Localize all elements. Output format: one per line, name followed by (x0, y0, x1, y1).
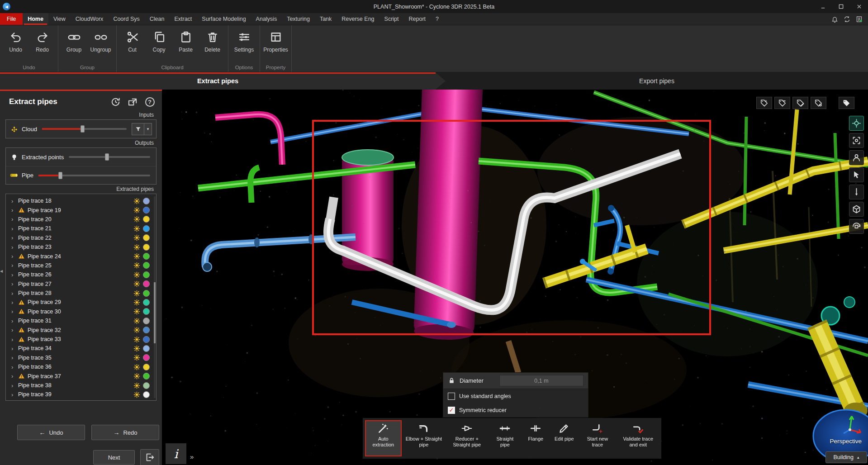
pipe-row[interactable]: ›Pipe trace 34 (6, 344, 156, 353)
pipe-row[interactable]: ›Pipe trace 20 (6, 215, 156, 224)
menu-item-clean[interactable]: Clean (145, 13, 170, 25)
redo-button[interactable]: Redo (29, 27, 55, 63)
export-panel-button[interactable] (126, 95, 139, 109)
tag-settings-button[interactable] (811, 97, 826, 109)
expand-chevron-icon[interactable]: › (11, 299, 15, 305)
scrollbar-thumb[interactable] (154, 282, 156, 343)
pipe-row[interactable]: ›Pipe trace 31 (6, 316, 156, 325)
validate-trace-and-exit-button[interactable]: Validate trace and exit (617, 420, 659, 456)
expand-chevron-icon[interactable]: › (11, 337, 15, 342)
start-new-trace-button[interactable]: +Start new trace (579, 420, 616, 456)
lock-icon[interactable] (448, 377, 455, 384)
expand-chevron-icon[interactable]: › (11, 318, 15, 324)
visibility-sun-icon[interactable] (133, 308, 140, 315)
expand-chevron-icon[interactable]: › (11, 216, 15, 222)
menu-item-file[interactable]: File (0, 13, 23, 25)
expand-chevron-icon[interactable]: › (11, 290, 15, 296)
news-icon[interactable] (856, 16, 863, 23)
pipe-row[interactable]: ›Pipe trace 27 (6, 280, 156, 289)
help-button[interactable]: ? (143, 95, 157, 109)
menu-item-home[interactable]: Home (23, 13, 48, 25)
pipe-row[interactable]: ›Pipe trace 24 (6, 251, 156, 261)
add-tag-button[interactable]: + (756, 97, 772, 109)
visibility-sun-icon[interactable] (133, 373, 140, 380)
paste-button[interactable]: Paste (173, 27, 199, 63)
pipe-row[interactable]: ›Pipe trace 18 (6, 196, 156, 205)
expand-chevron-icon[interactable]: › (11, 383, 15, 389)
pipe-color-swatch[interactable] (143, 318, 150, 324)
group-button[interactable]: Group (61, 27, 87, 63)
cloud-input-row[interactable]: Cloud ▾ (6, 120, 156, 138)
panel-undo-button[interactable]: ← Undo (17, 425, 85, 440)
pipe-row[interactable]: ›Pipe trace 29 (6, 298, 156, 307)
cloud-filter-control[interactable]: ▾ (132, 123, 152, 135)
pipe-color-swatch[interactable] (143, 216, 150, 223)
sync-icon[interactable] (844, 16, 850, 23)
flange-button[interactable]: Flange (522, 420, 549, 456)
pipe-color-swatch[interactable] (143, 198, 150, 204)
bell-icon[interactable] (831, 16, 838, 23)
fit-view-button[interactable] (849, 133, 864, 148)
expand-chevron-icon[interactable]: › (11, 308, 15, 314)
axis-gizmo[interactable] (840, 412, 863, 435)
expand-chevron-icon[interactable]: › (11, 392, 15, 398)
visibility-sun-icon[interactable] (133, 382, 140, 389)
expand-chevron-icon[interactable]: › (11, 272, 15, 278)
pipe-color-swatch[interactable] (143, 336, 150, 343)
pipe-row[interactable]: ›Pipe trace 37 (6, 371, 156, 380)
view-selector[interactable]: Building ▴ (825, 451, 867, 463)
filter-dropdown-arrow[interactable]: ▾ (144, 123, 152, 135)
tags-button[interactable] (839, 97, 854, 109)
visibility-sun-icon[interactable] (133, 216, 140, 223)
visibility-sun-icon[interactable] (133, 318, 140, 324)
history-reset-button[interactable] (109, 95, 122, 109)
pipe-row[interactable]: ›Pipe trace 23 (6, 242, 156, 251)
menu-item-view[interactable]: View (48, 13, 71, 25)
expand-chevron-icon[interactable]: › (11, 226, 15, 232)
auto-extraction-button[interactable]: Auto extraction (365, 420, 402, 456)
panel-redo-button[interactable]: → Redo (91, 425, 159, 440)
symmetric-reducer-checkbox[interactable]: ✓ (448, 407, 455, 414)
visibility-sun-icon[interactable] (133, 280, 140, 287)
diameter-input[interactable]: 0,1 m (499, 375, 583, 386)
expand-chevron-icon[interactable]: › (11, 364, 15, 370)
visibility-sun-icon[interactable] (133, 364, 140, 370)
maximize-button[interactable] (832, 0, 850, 13)
pipe-color-swatch[interactable] (143, 364, 150, 370)
visibility-sun-icon[interactable] (133, 345, 140, 352)
pipe-color-swatch[interactable] (143, 225, 150, 232)
menu-item-analysis[interactable]: Analysis (251, 13, 282, 25)
pipe-color-swatch[interactable] (143, 234, 150, 241)
pipe-output-row[interactable]: Pipe (6, 166, 156, 184)
minimize-button[interactable] (814, 0, 832, 13)
pipe-row[interactable]: ›Pipe trace 32 (6, 325, 156, 334)
pipe-color-swatch[interactable] (143, 290, 150, 297)
menu-item-reverse-eng[interactable]: Reverse Eng (337, 13, 379, 25)
pipe-row[interactable]: ›Pipe trace 22 (6, 233, 156, 242)
settings-button[interactable]: Settings (231, 27, 257, 63)
pipe-row[interactable]: ›Pipe trace 36 (6, 362, 156, 371)
orbit-view-button[interactable] (849, 219, 864, 234)
pipe-color-swatch[interactable] (143, 373, 150, 380)
cloud-opacity-slider[interactable] (42, 128, 127, 130)
info-expand-chevron[interactable]: » (190, 453, 194, 460)
menu-item-help[interactable]: ? (431, 13, 444, 25)
menu-item-texturing[interactable]: Texturing (282, 13, 315, 25)
pipe-color-swatch[interactable] (143, 345, 150, 352)
elbow-straight-pipe-button[interactable]: Elbow + Straight pipe (403, 420, 445, 456)
remove-tag-button[interactable] (774, 97, 790, 109)
close-button[interactable] (850, 0, 868, 13)
pipe-color-swatch[interactable] (143, 253, 150, 260)
pipe-color-swatch[interactable] (143, 244, 150, 251)
visibility-sun-icon[interactable] (133, 244, 140, 251)
expand-chevron-icon[interactable]: › (11, 327, 15, 333)
menu-item-extract[interactable]: Extract (169, 13, 197, 25)
extracted-points-row[interactable]: Extracted points (6, 148, 156, 166)
ungroup-button[interactable]: Ungroup (88, 27, 114, 63)
pipe-row[interactable]: ›Pipe trace 33 (6, 335, 156, 344)
pipe-color-swatch[interactable] (143, 382, 150, 389)
expand-chevron-icon[interactable]: › (11, 262, 15, 268)
standard-angles-checkbox[interactable] (448, 393, 455, 400)
expand-chevron-icon[interactable]: › (11, 235, 15, 241)
standard-angles-row[interactable]: Use standard angles (443, 389, 588, 403)
